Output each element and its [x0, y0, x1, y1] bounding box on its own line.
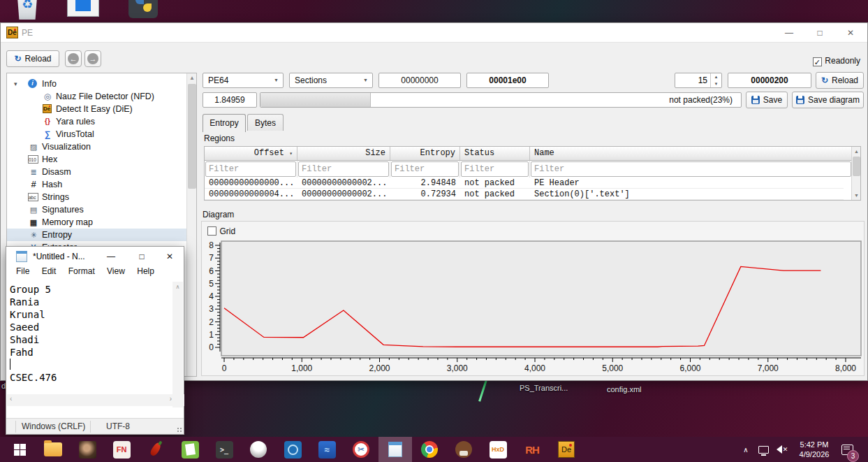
sidebar-item-strings[interactable]: abc Strings [7, 191, 196, 203]
filter-input-entropy[interactable] [391, 161, 459, 177]
sidebar-item-die[interactable]: De Detect It Easy (DiE) [7, 103, 196, 115]
save-diagram-button[interactable]: Save diagram [792, 92, 864, 108]
column-header-status[interactable]: Status [460, 147, 530, 161]
resize-grip[interactable] [177, 427, 182, 433]
tab-bytes[interactable]: Bytes [247, 114, 284, 131]
taskbar-pepper-app[interactable] [139, 437, 172, 462]
reload-button-secondary[interactable]: ↻ Reload [816, 72, 864, 89]
spin-down-icon[interactable]: ▼ [711, 80, 721, 87]
readonly-checkbox[interactable]: ✓ Readonly [813, 54, 860, 66]
sidebar-item-yara[interactable]: {} Yara rules [7, 115, 196, 128]
sidebar-scrollbar[interactable]: ▲ [186, 73, 196, 376]
count-spinner[interactable]: 15 ▲ ▼ [675, 73, 722, 88]
taskbar-portrait-app[interactable] [71, 437, 104, 462]
sidebar-item-entropy[interactable]: ✳ Entropy [7, 229, 196, 241]
grid-checkbox[interactable]: Grid [207, 224, 235, 237]
forward-button[interactable]: → [84, 50, 101, 67]
sidebar-item-virustotal[interactable]: ∑ VirusTotal [7, 128, 196, 140]
scroll-up-icon[interactable]: ▲ [187, 73, 197, 83]
maximize-button[interactable]: □ [128, 247, 156, 266]
taskbar-chef-app[interactable] [242, 437, 275, 462]
notepad-horizontal-scrollbar[interactable]: ‹ › [7, 394, 184, 406]
sidebar-item-signatures[interactable]: ▤ Signatures [7, 203, 196, 216]
python-icon[interactable] [128, 0, 158, 18]
taskbar-hxd[interactable]: HxD [481, 437, 515, 462]
filter-input-size[interactable] [298, 161, 389, 177]
taskbar-monitor-app[interactable]: ≈ [310, 437, 344, 462]
close-button[interactable]: ✕ [156, 247, 184, 266]
tab-entropy[interactable]: Entropy [203, 114, 246, 132]
table-row[interactable]: 00000000000000... 00000000000002... 2.94… [205, 178, 860, 189]
desktop-label-config-xml[interactable]: config.xml [607, 385, 642, 394]
notepad-vertical-scrollbar[interactable]: ∧ ∨ [172, 282, 183, 407]
filter-input-status[interactable] [461, 161, 529, 177]
spin-up-icon[interactable]: ▲ [711, 73, 721, 80]
entropy-line-chart[interactable]: 01234567801,0002,0003,0004,0005,0006,000… [203, 237, 864, 375]
sidebar-item-disasm[interactable]: ≣ Disasm [7, 166, 196, 178]
sidebar-item-hex[interactable]: 010 Hex [7, 153, 196, 166]
taskbar-notepad-active[interactable] [378, 437, 412, 462]
sidebar-item-nfd[interactable]: ◎ Nauz File Detector (NFD) [7, 90, 196, 103]
filter-input-name[interactable] [531, 161, 851, 177]
taskbar-file-explorer[interactable] [36, 437, 70, 462]
taskbar-resource-hacker[interactable]: RH [515, 437, 549, 462]
expander-icon[interactable]: ▾ [14, 78, 24, 90]
column-header-name[interactable]: Name [530, 147, 844, 161]
start-button[interactable] [3, 437, 36, 462]
scroll-right-icon[interactable]: › [170, 395, 172, 403]
pc-window-icon[interactable] [67, 0, 99, 17]
column-header-entropy[interactable]: Entropy [390, 147, 460, 161]
taskbar-notepad-plus-plus[interactable] [173, 437, 207, 462]
back-button[interactable]: ← [65, 50, 82, 67]
scroll-down-icon[interactable]: ▼ [852, 191, 861, 200]
minimize-button[interactable]: — [97, 247, 125, 266]
menu-view[interactable]: View [107, 266, 125, 276]
sidebar-item-visualization[interactable]: ▨ Visualization [7, 140, 196, 153]
scrollbar-thumb[interactable] [188, 84, 196, 189]
taskbar-chrome[interactable] [413, 437, 446, 462]
offset-field[interactable]: 00000000 [378, 73, 461, 88]
sidebar-item-hash[interactable]: # Hash [7, 178, 196, 191]
menu-help[interactable]: Help [137, 266, 154, 276]
tray-chevron-icon[interactable]: ∧ [737, 437, 754, 462]
table-row[interactable]: 00000000000004... 00000000000002... 0.72… [205, 189, 860, 200]
table-scrollbar[interactable]: ▲ ▼ [851, 147, 860, 200]
desktop-label-ps-transcript[interactable]: PS_Transcri... [520, 384, 568, 392]
volume-muted-icon[interactable]: ✕ [772, 437, 792, 462]
spinner-arrows[interactable]: ▲ ▼ [710, 73, 721, 87]
taskbar-fn-app[interactable]: FN [105, 437, 138, 462]
sort-desc-icon: ▾ [289, 150, 293, 157]
notepad-text-area[interactable]: Group 5 Rania Krunal Saeed Shadi Fahd CS… [7, 282, 173, 407]
taskbar-snipping-tool[interactable]: ✂ [344, 437, 378, 462]
menu-file[interactable]: File [16, 266, 29, 276]
minimize-button[interactable]: — [774, 23, 804, 43]
notepad-title-bar[interactable]: *Untitled - N... — □ ✕ [6, 247, 184, 266]
column-header-size[interactable]: Size [297, 147, 390, 161]
scroll-up-icon[interactable]: ∧ [172, 282, 183, 292]
size-field[interactable]: 00001e00 [466, 73, 549, 88]
scroll-up-icon[interactable]: ▲ [852, 147, 861, 156]
filter-input-offset[interactable] [205, 161, 296, 177]
block-size-field[interactable]: 00000200 [728, 73, 811, 88]
menu-edit[interactable]: Edit [42, 266, 57, 276]
scroll-left-icon[interactable]: ‹ [10, 395, 12, 403]
view-combo[interactable]: Sections ▼ [289, 73, 373, 88]
close-button[interactable]: ✕ [835, 23, 866, 43]
title-bar[interactable]: De PE — □ ✕ [1, 23, 867, 43]
format-combo[interactable]: PE64 ▼ [203, 73, 284, 88]
menu-format[interactable]: Format [68, 266, 95, 276]
scrollbar-thumb[interactable] [853, 157, 860, 176]
taskbar-bear-app[interactable] [447, 437, 480, 462]
sidebar-item-memory-map[interactable]: ▦ Memory map [7, 216, 196, 229]
save-button[interactable]: Save [746, 92, 788, 108]
taskbar-search-app[interactable] [276, 437, 309, 462]
taskbar-die[interactable]: De [550, 437, 583, 462]
recycle-bin-icon[interactable]: ♻ [15, 0, 39, 20]
sidebar-item-info[interactable]: ▾ i Info [7, 78, 196, 90]
tray-clock[interactable]: 5:42 PM 4/9/2026 [793, 437, 835, 462]
taskbar-terminal[interactable]: >_ [207, 437, 241, 462]
maximize-button[interactable]: □ [804, 23, 835, 43]
reload-button[interactable]: ↻ Reload [6, 50, 59, 67]
column-header-offset[interactable]: Offset ▾ [205, 147, 297, 161]
network-display-icon[interactable] [754, 437, 772, 462]
